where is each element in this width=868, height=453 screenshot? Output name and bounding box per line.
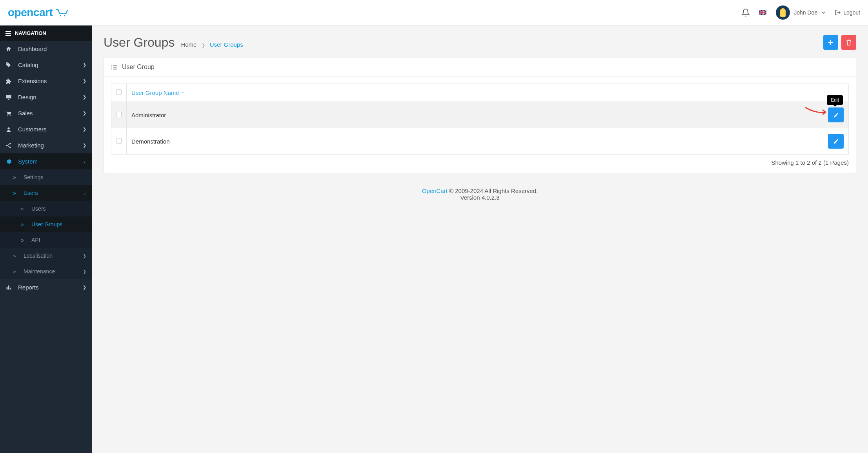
select-all-cell — [111, 84, 127, 102]
chevron-right-icon: ❯ — [83, 111, 86, 116]
list-icon — [111, 64, 117, 70]
sidebar-item-localisation[interactable]: » Localisation ❯ — [0, 248, 92, 264]
sidebar: NAVIGATION Dashboard Catalog ❯ Extension… — [0, 25, 92, 453]
gear-icon — [5, 158, 13, 165]
pencil-icon — [833, 138, 839, 144]
svg-point-9 — [7, 127, 9, 129]
chevron-right-icon: ❯ — [83, 127, 86, 132]
flag-icon[interactable] — [759, 10, 766, 15]
brand-text: opencart — [8, 6, 53, 19]
breadcrumb: Home ❯ User Groups — [181, 41, 243, 48]
breadcrumb-home[interactable]: Home — [181, 41, 197, 48]
sidebar-item-marketing[interactable]: Marketing ❯ — [0, 137, 92, 153]
home-icon — [5, 46, 13, 52]
sidebar-item-system[interactable]: System ⌄ — [0, 153, 92, 169]
sidebar-item-users-user-groups[interactable]: » User Groups — [0, 216, 92, 232]
double-chevron-icon: » — [19, 206, 26, 212]
panel-title: User Group — [122, 64, 155, 71]
table-row: Administrator Edit — [111, 102, 849, 128]
edit-button[interactable]: Edit — [828, 107, 844, 122]
row-checkbox[interactable] — [116, 138, 122, 144]
pencil-icon — [833, 112, 839, 118]
avatar — [776, 5, 790, 20]
panel: User Group User Group Name ⌃ — [104, 58, 856, 173]
sidebar-item-reports[interactable]: Reports ❯ — [0, 279, 92, 295]
tag-icon — [5, 62, 13, 68]
svg-point-8 — [10, 115, 11, 116]
sidebar-item-catalog[interactable]: Catalog ❯ — [0, 57, 92, 73]
brand-logo[interactable]: opencart — [8, 6, 68, 19]
add-button[interactable] — [823, 35, 838, 50]
cart-icon — [5, 110, 13, 116]
sidebar-item-dashboard[interactable]: Dashboard — [0, 41, 92, 57]
chevron-right-icon: ❯ — [83, 62, 86, 67]
double-chevron-icon: » — [11, 253, 18, 259]
chevron-down-icon: ⌄ — [83, 191, 86, 196]
row-name-cell: Administrator — [127, 102, 723, 128]
nav-title: NAVIGATION — [0, 25, 92, 41]
chevron-right-icon: ❯ — [83, 143, 86, 148]
footer: OpenCart © 2009-2024 All Rights Reserved… — [92, 183, 868, 213]
sidebar-item-users-users[interactable]: » Users — [0, 201, 92, 216]
system-submenu: » Settings » Users ⌄ » Users » User Grou… — [0, 169, 92, 279]
logout-label: Logout — [843, 9, 860, 16]
caret-down-icon — [821, 11, 825, 14]
delete-button[interactable] — [841, 35, 856, 50]
svg-point-1 — [64, 15, 66, 16]
user-name: John Doe — [794, 9, 817, 16]
chevron-right-icon: ❯ — [83, 78, 86, 84]
row-checkbox[interactable] — [116, 112, 122, 117]
footer-link[interactable]: OpenCart — [422, 187, 448, 194]
sidebar-item-users[interactable]: » Users ⌄ — [0, 185, 92, 201]
double-chevron-icon: » — [11, 268, 18, 275]
sidebar-item-maintenance[interactable]: » Maintenance ❯ — [0, 264, 92, 279]
sidebar-item-customers[interactable]: Customers ❯ — [0, 121, 92, 137]
logout-link[interactable]: Logout — [835, 9, 860, 16]
sidebar-item-design[interactable]: Design ❯ — [0, 89, 92, 105]
sidebar-item-users-api[interactable]: » API — [0, 232, 92, 248]
trash-icon — [846, 39, 852, 45]
chevron-right-icon: ❯ — [202, 43, 205, 47]
logout-icon — [835, 9, 841, 16]
select-all-checkbox[interactable] — [116, 89, 122, 95]
table-row: Demonstration — [111, 128, 849, 155]
double-chevron-icon: » — [11, 190, 18, 196]
monitor-icon — [5, 94, 13, 100]
panel-heading: User Group — [104, 58, 856, 76]
sort-name-link[interactable]: User Group Name ⌃ — [131, 89, 184, 96]
page-header: User Groups Home ❯ User Groups — [92, 25, 868, 58]
puzzle-icon — [5, 78, 13, 84]
chevron-right-icon: ❯ — [83, 253, 86, 258]
svg-point-10 — [6, 145, 7, 146]
header-right: John Doe Logout — [741, 5, 860, 20]
footer-version: Version 4.0.2.3 — [92, 194, 868, 201]
main-content: User Groups Home ❯ User Groups — [92, 25, 868, 453]
double-chevron-icon: » — [19, 221, 26, 227]
sort-asc-icon: ⌃ — [181, 91, 184, 96]
sidebar-item-extensions[interactable]: Extensions ❯ — [0, 73, 92, 89]
pagination-info: Showing 1 to 2 of 2 (1 Pages) — [111, 159, 849, 166]
bell-icon[interactable] — [741, 8, 750, 17]
tooltip: Edit — [827, 95, 843, 105]
sidebar-item-sales[interactable]: Sales ❯ — [0, 105, 92, 121]
user-group-table: User Group Name ⌃ Action Ad — [111, 84, 849, 155]
footer-copyright: © 2009-2024 All Rights Reserved. — [448, 187, 538, 194]
chevron-right-icon: ❯ — [83, 285, 86, 290]
svg-point-0 — [60, 15, 61, 16]
top-header: opencart — [0, 0, 868, 25]
edit-button[interactable] — [828, 134, 844, 149]
hamburger-icon — [5, 31, 11, 36]
cart-icon — [56, 8, 68, 17]
svg-point-4 — [7, 63, 7, 64]
row-name-cell: Demonstration — [127, 128, 723, 155]
double-chevron-icon: » — [19, 237, 26, 243]
plus-icon — [828, 40, 833, 45]
sidebar-item-settings[interactable]: » Settings — [0, 169, 92, 185]
chevron-down-icon: ⌄ — [83, 159, 86, 164]
arrow-annotation-icon — [804, 106, 830, 118]
user-menu[interactable]: John Doe — [776, 5, 825, 20]
page-title: User Groups — [104, 35, 175, 50]
double-chevron-icon: » — [11, 174, 18, 180]
svg-rect-5 — [6, 95, 11, 98]
breadcrumb-current[interactable]: User Groups — [210, 41, 243, 48]
